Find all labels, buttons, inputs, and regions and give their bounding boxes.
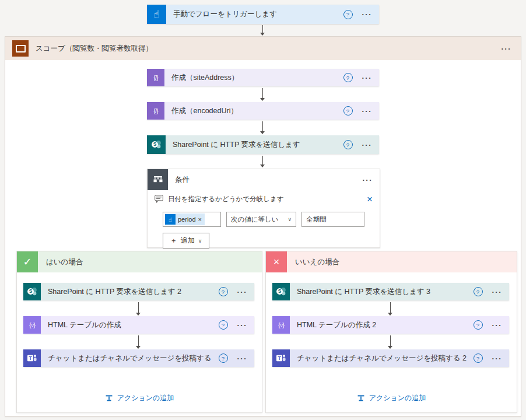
help-icon[interactable]: ? bbox=[343, 140, 353, 149]
condition-comment-text: 日付を指定するかどうかで分岐します bbox=[168, 195, 283, 204]
card-label: チャットまたはチャネルでメッセージを投稿する 2 bbox=[297, 354, 467, 363]
help-icon[interactable]: ? bbox=[219, 287, 228, 296]
sharepoint-icon: S bbox=[272, 283, 290, 300]
close-icon[interactable]: × bbox=[367, 194, 373, 204]
card-label: チャットまたはチャネルでメッセージを投稿する bbox=[48, 354, 212, 363]
help-icon[interactable]: ? bbox=[474, 354, 483, 363]
comment-bubble-icon bbox=[155, 195, 163, 203]
teams-icon: T bbox=[23, 349, 41, 367]
flow-designer-canvas: ☝ 手動でフローをトリガーします ? ··· スコープ（閲覧数・閲覧者数取得） … bbox=[0, 0, 526, 420]
check-icon: ✓ bbox=[17, 251, 38, 272]
condition-comment-row: 日付を指定するかどうかで分岐します × bbox=[148, 190, 380, 206]
ellipsis-menu-icon[interactable]: ··· bbox=[492, 321, 503, 329]
add-action-icon bbox=[105, 394, 113, 402]
add-action-label: アクションの追加 bbox=[369, 393, 426, 403]
connector-arrow bbox=[138, 302, 139, 313]
condition-card[interactable]: 条件 ··· 日付を指定するかどうかで分岐します × ☝ period × bbox=[147, 169, 380, 248]
ellipsis-menu-icon[interactable]: ··· bbox=[363, 176, 373, 184]
add-action-button[interactable]: アクションの追加 bbox=[17, 393, 262, 403]
card-label: HTML テーブルの作成 bbox=[48, 320, 121, 330]
ellipsis-menu-icon[interactable]: ··· bbox=[237, 321, 248, 329]
html-table-icon: {▿} bbox=[23, 316, 41, 334]
ellipsis-menu-icon[interactable]: ··· bbox=[237, 288, 248, 296]
token-label: period bbox=[178, 216, 196, 223]
card-label: SharePoint に HTTP 要求を送信します bbox=[173, 140, 300, 150]
teams-post-message-card[interactable]: T チャットまたはチャネルでメッセージを投稿する ? ··· bbox=[23, 349, 254, 367]
svg-text:S: S bbox=[29, 288, 33, 294]
card-label: SharePoint に HTTP 要求を送信します 3 bbox=[297, 287, 430, 297]
condition-icon bbox=[148, 169, 168, 190]
plus-icon: ＋ bbox=[170, 236, 177, 246]
ellipsis-menu-icon[interactable]: ··· bbox=[502, 45, 512, 52]
sharepoint-icon: S bbox=[23, 283, 41, 300]
sharepoint-http-card[interactable]: S SharePoint に HTTP 要求を送信します ? ··· bbox=[147, 135, 379, 154]
sharepoint-http-2-card[interactable]: S SharePoint に HTTP 要求を送信します 2 ? ··· bbox=[23, 283, 254, 300]
card-label: 作成（encodedUri） bbox=[171, 106, 238, 116]
ellipsis-menu-icon[interactable]: ··· bbox=[492, 355, 503, 362]
if-no-title: いいえの場合 bbox=[295, 257, 339, 267]
if-yes-title: はいの場合 bbox=[46, 257, 83, 267]
chevron-down-icon: ∨ bbox=[287, 216, 292, 222]
ellipsis-menu-icon[interactable]: ··· bbox=[362, 141, 373, 149]
svg-text:S: S bbox=[153, 141, 157, 147]
add-action-label: アクションの追加 bbox=[117, 393, 174, 403]
sharepoint-http-3-card[interactable]: S SharePoint に HTTP 要求を送信します 3 ? ··· bbox=[272, 283, 509, 300]
dynamic-token[interactable]: ☝ period × bbox=[165, 214, 205, 225]
if-no-header[interactable]: × いいえの場合 bbox=[266, 251, 517, 272]
sharepoint-icon: S bbox=[147, 135, 166, 154]
add-action-icon bbox=[357, 394, 365, 402]
value-text: 全期間 bbox=[306, 215, 327, 224]
compose-icon: {/} bbox=[147, 69, 164, 86]
connector-arrow bbox=[262, 156, 263, 164]
help-icon[interactable]: ? bbox=[219, 354, 228, 363]
svg-text:T: T bbox=[278, 355, 281, 361]
manual-trigger-card[interactable]: ☝ 手動でフローをトリガーします ? ··· bbox=[147, 5, 379, 24]
ellipsis-menu-icon[interactable]: ··· bbox=[362, 10, 373, 18]
compose-siteaddress-card[interactable]: {/} 作成（siteAddress） ? ··· bbox=[147, 69, 379, 86]
compose-icon: {/} bbox=[147, 102, 164, 120]
help-icon[interactable]: ? bbox=[343, 106, 353, 116]
operator-label: 次の値に等しい bbox=[231, 215, 279, 224]
connector-arrow bbox=[390, 335, 391, 346]
svg-text:T: T bbox=[29, 355, 32, 361]
connector-arrow bbox=[262, 25, 263, 33]
svg-text:S: S bbox=[278, 288, 282, 294]
chevron-down-icon: ∨ bbox=[198, 238, 202, 244]
ellipsis-menu-icon[interactable]: ··· bbox=[237, 355, 248, 362]
card-label: HTML テーブルの作成 2 bbox=[297, 320, 376, 330]
manual-trigger-icon: ☝ bbox=[147, 5, 166, 24]
teams-post-message-2-card[interactable]: T チャットまたはチャネルでメッセージを投稿する 2 ? ··· bbox=[272, 349, 509, 367]
card-label: SharePoint に HTTP 要求を送信します 2 bbox=[48, 287, 181, 297]
condition-operand-field[interactable]: ☝ period × bbox=[163, 212, 221, 227]
add-action-button[interactable]: アクションの追加 bbox=[266, 393, 517, 403]
help-icon[interactable]: ? bbox=[474, 320, 483, 330]
compose-encodeduri-card[interactable]: {/} 作成（encodedUri） ? ··· bbox=[147, 102, 379, 120]
condition-operator-select[interactable]: 次の値に等しい ∨ bbox=[226, 212, 296, 227]
card-label: 作成（siteAddress） bbox=[171, 73, 239, 83]
condition-add-button[interactable]: ＋ 追加 ∨ bbox=[163, 233, 209, 249]
condition-value-input[interactable]: 全期間 bbox=[301, 212, 364, 227]
create-html-table-2-card[interactable]: {▿} HTML テーブルの作成 2 ? ··· bbox=[272, 316, 509, 334]
teams-icon: T bbox=[272, 349, 290, 367]
ellipsis-menu-icon[interactable]: ··· bbox=[362, 74, 373, 82]
trigger-label: 手動でフローをトリガーします bbox=[173, 9, 277, 19]
help-icon[interactable]: ? bbox=[219, 320, 228, 330]
cross-icon: × bbox=[266, 251, 287, 272]
if-yes-header[interactable]: ✓ はいの場合 bbox=[17, 251, 262, 272]
create-html-table-card[interactable]: {▿} HTML テーブルの作成 ? ··· bbox=[23, 316, 254, 334]
add-button-label: 追加 bbox=[181, 236, 195, 246]
help-icon[interactable]: ? bbox=[343, 10, 353, 19]
connector-arrow bbox=[262, 88, 263, 98]
remove-token-icon[interactable]: × bbox=[198, 216, 202, 223]
help-icon[interactable]: ? bbox=[343, 73, 353, 82]
scope-icon bbox=[12, 40, 29, 57]
scope-header[interactable]: スコープ（閲覧数・閲覧者数取得） ··· bbox=[5, 37, 521, 60]
condition-header[interactable]: 条件 ··· bbox=[148, 169, 380, 190]
connector-arrow bbox=[138, 335, 139, 346]
condition-inputs: ☝ period × 次の値に等しい ∨ 全期間 ＋ 追加 ∨ bbox=[148, 206, 380, 249]
help-icon[interactable]: ? bbox=[474, 287, 483, 296]
ellipsis-menu-icon[interactable]: ··· bbox=[492, 288, 503, 296]
connector-arrow bbox=[262, 121, 263, 131]
ellipsis-menu-icon[interactable]: ··· bbox=[362, 107, 373, 115]
connector-arrow bbox=[390, 302, 391, 313]
